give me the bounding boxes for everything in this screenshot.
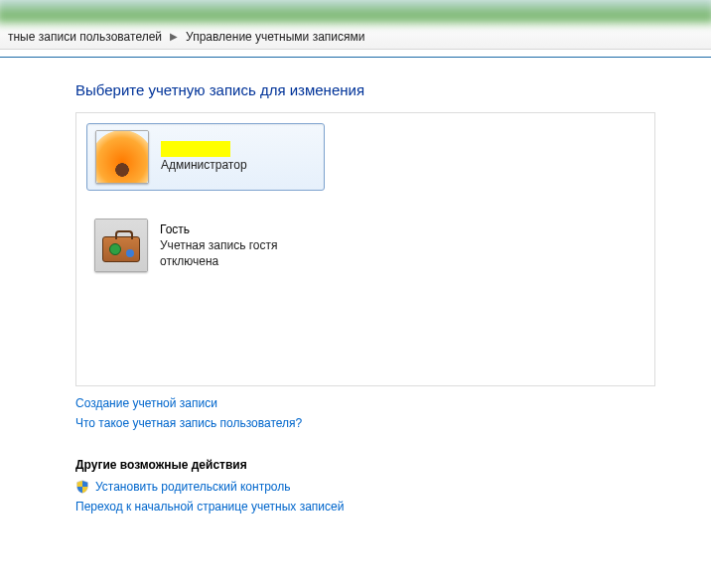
account-role: Администратор [161, 157, 247, 173]
content-area: Выберите учетную запись для изменения Ад… [0, 58, 711, 514]
avatar [95, 130, 149, 184]
link-parental-control[interactable]: Установить родительский контроль [95, 480, 291, 494]
header-separator [0, 50, 711, 58]
account-info: Администратор [161, 141, 247, 173]
link-goto-main[interactable]: Переход к начальной странице учетных зап… [75, 500, 655, 514]
breadcrumb-item-manage[interactable]: Управление учетными записями [186, 30, 364, 44]
account-name [161, 141, 230, 157]
breadcrumb-item-accounts[interactable]: тные записи пользователей [8, 30, 162, 44]
link-row-parental: Установить родительский контроль [75, 480, 655, 494]
account-tile-guest[interactable]: Гость Учетная запись гостя отключена [86, 213, 325, 278]
suitcase-icon [95, 220, 147, 271]
avatar [94, 219, 148, 272]
breadcrumb-separator-icon: ▶ [170, 31, 178, 42]
accounts-list: Администратор Гость Учетная запись гостя… [75, 112, 655, 386]
breadcrumb: тные записи пользователей ▶ Управление у… [0, 24, 711, 50]
shield-icon [75, 480, 89, 494]
flower-icon [96, 131, 148, 183]
other-actions-heading: Другие возможные действия [75, 458, 655, 472]
links-section: Создание учетной записи Что такое учетна… [75, 396, 655, 514]
link-create-account[interactable]: Создание учетной записи [75, 396, 655, 410]
link-what-is-account[interactable]: Что такое учетная запись пользователя? [75, 416, 655, 430]
account-status: Учетная запись гостя отключена [160, 237, 317, 269]
page-title: Выберите учетную запись для изменения [75, 81, 711, 98]
account-info: Гость Учетная запись гостя отключена [160, 221, 317, 270]
account-name: Гость [160, 221, 317, 237]
window-titlebar-blur [0, 0, 711, 24]
account-tile-administrator[interactable]: Администратор [86, 123, 325, 191]
